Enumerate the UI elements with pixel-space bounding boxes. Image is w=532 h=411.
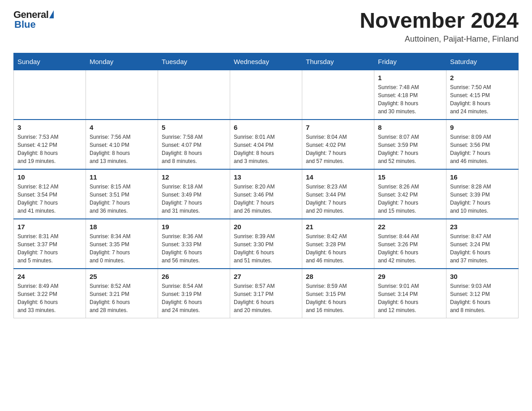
- calendar-cell: [158, 70, 230, 120]
- calendar-cell: 28Sunrise: 8:59 AM Sunset: 3:15 PM Dayli…: [302, 269, 374, 318]
- day-number: 19: [162, 223, 226, 231]
- day-number: 27: [234, 273, 298, 280]
- day-info: Sunrise: 8:54 AM Sunset: 3:19 PM Dayligh…: [162, 282, 226, 314]
- calendar-week-2: 3Sunrise: 7:53 AM Sunset: 4:12 PM Daylig…: [14, 120, 519, 169]
- day-number: 2: [450, 74, 515, 81]
- day-number: 12: [162, 173, 226, 181]
- calendar-cell: 18Sunrise: 8:34 AM Sunset: 3:35 PM Dayli…: [86, 219, 158, 269]
- calendar-cell: 1Sunrise: 7:48 AM Sunset: 4:18 PM Daylig…: [374, 70, 446, 120]
- day-number: 15: [378, 173, 442, 181]
- calendar-cell: 2Sunrise: 7:50 AM Sunset: 4:15 PM Daylig…: [446, 70, 519, 120]
- day-number: 5: [162, 124, 226, 131]
- weekday-header-sunday: Sunday: [14, 53, 86, 70]
- day-info: Sunrise: 8:44 AM Sunset: 3:26 PM Dayligh…: [378, 232, 442, 265]
- calendar-cell: [14, 70, 86, 120]
- calendar-cell: 13Sunrise: 8:20 AM Sunset: 3:46 PM Dayli…: [230, 169, 302, 219]
- weekday-header-tuesday: Tuesday: [158, 53, 230, 70]
- day-info: Sunrise: 7:50 AM Sunset: 4:15 PM Dayligh…: [450, 83, 515, 116]
- day-number: 16: [450, 173, 515, 181]
- calendar-cell: 26Sunrise: 8:54 AM Sunset: 3:19 PM Dayli…: [158, 269, 230, 318]
- weekday-header-monday: Monday: [86, 53, 158, 70]
- day-number: 14: [306, 173, 370, 181]
- day-number: 29: [378, 273, 442, 280]
- day-info: Sunrise: 8:42 AM Sunset: 3:28 PM Dayligh…: [306, 232, 370, 265]
- calendar-cell: 24Sunrise: 8:49 AM Sunset: 3:22 PM Dayli…: [14, 269, 86, 318]
- calendar-cell: 22Sunrise: 8:44 AM Sunset: 3:26 PM Dayli…: [374, 219, 446, 269]
- calendar-week-4: 17Sunrise: 8:31 AM Sunset: 3:37 PM Dayli…: [14, 219, 519, 269]
- day-number: 7: [306, 124, 370, 131]
- calendar-cell: 30Sunrise: 9:03 AM Sunset: 3:12 PM Dayli…: [446, 269, 519, 318]
- day-number: 24: [17, 273, 82, 280]
- calendar-cell: 21Sunrise: 8:42 AM Sunset: 3:28 PM Dayli…: [302, 219, 374, 269]
- weekday-header-thursday: Thursday: [302, 53, 374, 70]
- calendar-cell: [302, 70, 374, 120]
- calendar-cell: 10Sunrise: 8:12 AM Sunset: 3:54 PM Dayli…: [14, 169, 86, 219]
- day-number: 4: [90, 124, 154, 131]
- calendar-cell: 23Sunrise: 8:47 AM Sunset: 3:24 PM Dayli…: [446, 219, 519, 269]
- day-info: Sunrise: 8:57 AM Sunset: 3:17 PM Dayligh…: [234, 282, 298, 314]
- day-info: Sunrise: 8:18 AM Sunset: 3:49 PM Dayligh…: [162, 183, 226, 215]
- day-info: Sunrise: 8:47 AM Sunset: 3:24 PM Dayligh…: [450, 232, 515, 265]
- day-number: 9: [450, 124, 515, 131]
- day-number: 8: [378, 124, 442, 131]
- calendar-cell: 27Sunrise: 8:57 AM Sunset: 3:17 PM Dayli…: [230, 269, 302, 318]
- day-info: Sunrise: 8:52 AM Sunset: 3:21 PM Dayligh…: [90, 282, 154, 314]
- calendar-cell: [230, 70, 302, 120]
- calendar-cell: 19Sunrise: 8:36 AM Sunset: 3:33 PM Dayli…: [158, 219, 230, 269]
- day-info: Sunrise: 9:01 AM Sunset: 3:14 PM Dayligh…: [378, 282, 442, 314]
- day-info: Sunrise: 8:31 AM Sunset: 3:37 PM Dayligh…: [17, 232, 82, 265]
- calendar-cell: 29Sunrise: 9:01 AM Sunset: 3:14 PM Dayli…: [374, 269, 446, 318]
- calendar-cell: 16Sunrise: 8:28 AM Sunset: 3:39 PM Dayli…: [446, 169, 519, 219]
- calendar-cell: 11Sunrise: 8:15 AM Sunset: 3:51 PM Dayli…: [86, 169, 158, 219]
- weekday-header-wednesday: Wednesday: [230, 53, 302, 70]
- calendar-cell: 4Sunrise: 7:56 AM Sunset: 4:10 PM Daylig…: [86, 120, 158, 169]
- calendar-cell: 25Sunrise: 8:52 AM Sunset: 3:21 PM Dayli…: [86, 269, 158, 318]
- day-number: 26: [162, 273, 226, 280]
- day-info: Sunrise: 7:53 AM Sunset: 4:12 PM Dayligh…: [17, 133, 82, 165]
- page-header: General Blue November 2024 Auttoinen, Pa…: [13, 9, 519, 44]
- day-number: 30: [450, 273, 515, 280]
- day-info: Sunrise: 8:20 AM Sunset: 3:46 PM Dayligh…: [234, 183, 298, 215]
- day-info: Sunrise: 8:34 AM Sunset: 3:35 PM Dayligh…: [90, 232, 154, 265]
- weekday-header-friday: Friday: [374, 53, 446, 70]
- logo: General Blue: [13, 9, 54, 30]
- calendar-cell: 5Sunrise: 7:58 AM Sunset: 4:07 PM Daylig…: [158, 120, 230, 169]
- day-info: Sunrise: 8:01 AM Sunset: 4:04 PM Dayligh…: [234, 133, 298, 165]
- day-info: Sunrise: 8:28 AM Sunset: 3:39 PM Dayligh…: [450, 183, 515, 215]
- day-number: 21: [306, 223, 370, 231]
- day-number: 22: [378, 223, 442, 231]
- calendar-cell: 7Sunrise: 8:04 AM Sunset: 4:02 PM Daylig…: [302, 120, 374, 169]
- day-number: 1: [378, 74, 442, 81]
- day-number: 17: [17, 223, 82, 231]
- day-info: Sunrise: 8:15 AM Sunset: 3:51 PM Dayligh…: [90, 183, 154, 215]
- day-info: Sunrise: 8:09 AM Sunset: 3:56 PM Dayligh…: [450, 133, 515, 165]
- calendar-cell: 9Sunrise: 8:09 AM Sunset: 3:56 PM Daylig…: [446, 120, 519, 169]
- calendar-cell: 8Sunrise: 8:07 AM Sunset: 3:59 PM Daylig…: [374, 120, 446, 169]
- calendar-cell: 3Sunrise: 7:53 AM Sunset: 4:12 PM Daylig…: [14, 120, 86, 169]
- day-number: 18: [90, 223, 154, 231]
- day-number: 20: [234, 223, 298, 231]
- logo-blue-text: Blue: [14, 19, 36, 30]
- title-block: November 2024 Auttoinen, Paijat-Hame, Fi…: [360, 9, 519, 44]
- month-title: November 2024: [360, 9, 519, 33]
- calendar-week-1: 1Sunrise: 7:48 AM Sunset: 4:18 PM Daylig…: [14, 70, 519, 120]
- calendar-cell: 20Sunrise: 8:39 AM Sunset: 3:30 PM Dayli…: [230, 219, 302, 269]
- day-info: Sunrise: 8:59 AM Sunset: 3:15 PM Dayligh…: [306, 282, 370, 314]
- day-info: Sunrise: 8:26 AM Sunset: 3:42 PM Dayligh…: [378, 183, 442, 215]
- day-info: Sunrise: 8:12 AM Sunset: 3:54 PM Dayligh…: [17, 183, 82, 215]
- calendar-cell: 6Sunrise: 8:01 AM Sunset: 4:04 PM Daylig…: [230, 120, 302, 169]
- calendar-week-5: 24Sunrise: 8:49 AM Sunset: 3:22 PM Dayli…: [14, 269, 519, 318]
- day-info: Sunrise: 8:04 AM Sunset: 4:02 PM Dayligh…: [306, 133, 370, 165]
- day-info: Sunrise: 8:23 AM Sunset: 3:44 PM Dayligh…: [306, 183, 370, 215]
- day-number: 25: [90, 273, 154, 280]
- calendar-cell: 15Sunrise: 8:26 AM Sunset: 3:42 PM Dayli…: [374, 169, 446, 219]
- day-number: 10: [17, 173, 82, 181]
- calendar-cell: 17Sunrise: 8:31 AM Sunset: 3:37 PM Dayli…: [14, 219, 86, 269]
- day-number: 23: [450, 223, 515, 231]
- day-info: Sunrise: 8:49 AM Sunset: 3:22 PM Dayligh…: [17, 282, 82, 314]
- logo-triangle-icon: [49, 10, 54, 18]
- location-subtitle: Auttoinen, Paijat-Hame, Finland: [360, 34, 519, 44]
- day-number: 13: [234, 173, 298, 181]
- day-info: Sunrise: 7:56 AM Sunset: 4:10 PM Dayligh…: [90, 133, 154, 165]
- day-info: Sunrise: 9:03 AM Sunset: 3:12 PM Dayligh…: [450, 282, 515, 314]
